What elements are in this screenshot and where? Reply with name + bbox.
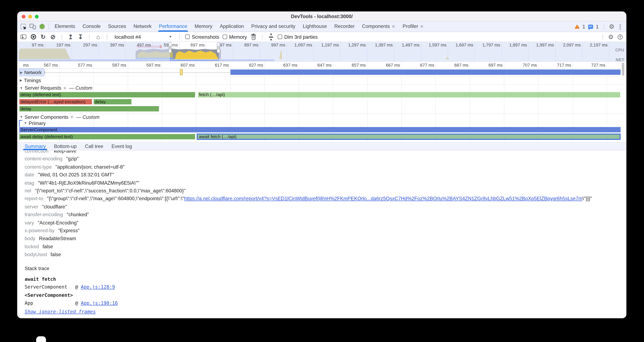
ruler-label: 707 ms: [512, 63, 537, 67]
header-value-suffix: \"}]}": [582, 196, 592, 202]
tab-lighthouse[interactable]: Lighthouse: [299, 22, 330, 32]
tab-label: Event log: [112, 144, 132, 149]
details-tab-summary[interactable]: Summary: [20, 143, 50, 150]
collapse-tracks-icon[interactable]: [268, 34, 274, 40]
details-tab-event-log[interactable]: Event log: [107, 143, 136, 150]
show-ignore-listed-frames-link[interactable]: Show ignore-listed frames: [25, 308, 96, 316]
message-count[interactable]: 1: [596, 24, 598, 29]
header-name: etag: [25, 179, 34, 187]
tab-performance[interactable]: Performance: [155, 22, 191, 32]
server-requests-header[interactable]: ▼ Server Requests ⚛ — Custom: [17, 84, 626, 91]
tab-elements[interactable]: Elements: [51, 22, 79, 32]
track-label: Server Requests: [24, 85, 61, 91]
flame-bar[interactable]: fetch (…/api): [198, 92, 621, 98]
panel-settings-gear-icon[interactable]: ⚙: [608, 34, 614, 40]
network-marker[interactable]: [180, 69, 183, 75]
divider: [180, 34, 180, 40]
tab-privacy-and-security[interactable]: Privacy and security: [248, 22, 299, 32]
network-track-header[interactable]: ▶ Network: [19, 69, 44, 76]
tab-label: Elements: [55, 22, 75, 32]
device-toolbar-icon[interactable]: [30, 24, 36, 29]
stack-source-link[interactable]: App.js:190:16: [81, 300, 118, 306]
memory-checkbox[interactable]: Memory: [222, 34, 247, 40]
flame-bar[interactable]: await fetch (…/api): [197, 134, 621, 140]
dim-3rd-parties-checkbox[interactable]: Dim 3rd parties: [278, 34, 318, 40]
checkbox-box: [222, 35, 227, 39]
tab-components[interactable]: Components⚛: [358, 22, 399, 32]
stack-frame: App@ App.js:190:16: [25, 299, 626, 307]
divider: [48, 24, 49, 30]
console-message-icon[interactable]: [588, 25, 593, 29]
warning-icon[interactable]: !: [574, 25, 580, 29]
custom-track-suffix: — Custom: [69, 85, 92, 91]
save-profile-icon[interactable]: ↧: [77, 34, 84, 40]
tab-memory[interactable]: Memory: [191, 22, 216, 32]
cpu-lane-label: CPU: [615, 48, 624, 52]
history-select[interactable]: localhost #4 ▼: [112, 33, 174, 41]
timeline-overview[interactable]: 97 ms197 ms297 ms397 ms497 ms597 ms697 m…: [17, 42, 626, 62]
flame-bar[interactable]: delay: [93, 99, 132, 105]
screenshots-checkbox[interactable]: Screenshots: [185, 34, 219, 40]
warning-count[interactable]: 1: [582, 24, 585, 29]
details-tab-bottom-up[interactable]: Bottom-up: [50, 143, 81, 150]
tab-label: Sources: [108, 22, 126, 32]
collect-garbage-icon[interactable]: [250, 34, 257, 40]
report-to-link[interactable]: https://a.nel.cloudflare.com/report/v4?s…: [184, 196, 582, 202]
header-name: connection: [25, 151, 48, 155]
flame-bar[interactable]: delay (deferred text): [19, 92, 195, 98]
tab-recorder[interactable]: Recorder: [330, 22, 358, 32]
stack-source-link[interactable]: App.js:128:9: [81, 284, 115, 290]
flame-bar[interactable]: delayedError (…ayed exception): [19, 99, 92, 105]
network-request-bar[interactable]: [230, 69, 621, 75]
ruler-label: 697 ms: [478, 63, 503, 67]
tab-label: Application: [220, 22, 244, 32]
header-value: "Express": [58, 227, 80, 235]
tab-profiler[interactable]: Profiler⚛: [399, 22, 428, 32]
tab-console[interactable]: Console: [79, 22, 104, 32]
window-title: DevTools - localhost:3000/: [17, 12, 626, 22]
server-components-header[interactable]: ▼ Server Components ⚛ — Custom: [17, 113, 626, 120]
home-icon[interactable]: ⌂: [95, 34, 102, 40]
ruler-label: 2,097 ms: [557, 42, 580, 47]
load-profile-icon[interactable]: ↥: [67, 34, 74, 40]
kebab-menu-icon[interactable]: ⋮: [617, 24, 623, 29]
selection-handle-right[interactable]: [217, 42, 220, 53]
tab-application[interactable]: Application: [216, 22, 248, 32]
reload-and-record-icon[interactable]: ↻: [40, 34, 46, 40]
flame-bar[interactable]: delay: [19, 106, 159, 112]
tab-sources[interactable]: Sources: [104, 22, 130, 32]
header-name: report-to: [25, 195, 44, 203]
inspect-element-icon[interactable]: [20, 24, 26, 29]
header-name: bodyUsed: [25, 251, 47, 259]
timings-track[interactable]: ▶ Timings: [17, 77, 626, 84]
flame-chart-tracks[interactable]: ms567 ms577 ms587 ms597 ms607 ms617 ms62…: [17, 62, 626, 142]
selection-handle-left[interactable]: [168, 42, 172, 53]
clear-icon[interactable]: ⊘: [50, 34, 56, 40]
help-icon[interactable]: ?: [617, 34, 624, 40]
settings-gear-icon[interactable]: ⚙: [609, 24, 614, 30]
divider: [262, 34, 262, 40]
header-value: ReadableStream: [39, 235, 76, 243]
ruler-label: 1,597 ms: [422, 42, 446, 47]
header-name: content-type: [25, 163, 52, 171]
server-requests-row: delayedError (…ayed exception)delay: [19, 98, 621, 105]
record-button[interactable]: [30, 34, 36, 40]
header-row: bodyReadableStream: [17, 235, 626, 243]
details-tab-call-tree[interactable]: Call tree: [81, 143, 108, 150]
tab-network[interactable]: Network: [130, 22, 155, 32]
network-track[interactable]: ▶ Network: [17, 69, 626, 76]
flame-bar[interactable]: await delay (deferred text): [19, 134, 195, 140]
ruler-label: 1,297 ms: [342, 42, 366, 47]
tab-label: Performance: [159, 22, 187, 32]
toggle-sidebar-icon[interactable]: [20, 34, 26, 40]
header-row: x-powered-by"Express": [17, 227, 626, 235]
header-name: transfer-encoding: [25, 211, 63, 219]
server-components-group[interactable]: ▼ Primary: [17, 120, 626, 126]
header-value: "gzip": [66, 155, 78, 163]
header-row: server"cloudflare": [17, 203, 626, 211]
flame-bar[interactable]: ServerComponent: [19, 127, 621, 133]
ruler-label: 197 ms: [46, 42, 70, 47]
ruler-label: 567 ms: [33, 63, 58, 67]
ruler-label: 1,197 ms: [315, 42, 339, 47]
vertical-scrollbar-thumb[interactable]: [622, 63, 624, 76]
